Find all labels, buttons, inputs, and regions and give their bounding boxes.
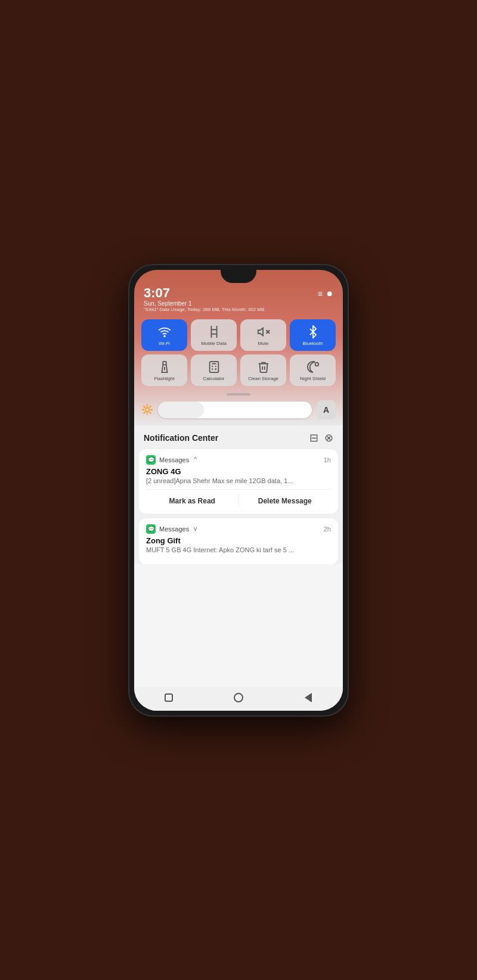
nav-recent-button[interactable] bbox=[160, 690, 178, 705]
status-right: ≡ ⏺ bbox=[318, 287, 333, 298]
nav-home-button[interactable] bbox=[230, 690, 247, 705]
notification-item-1[interactable]: 💬 Messages ^ 1h ZONG 4G [2 unread]Apna S… bbox=[139, 449, 338, 514]
tile-mute[interactable]: Mute bbox=[240, 319, 286, 351]
tile-mobile-data-label: Mobile Data bbox=[201, 341, 227, 346]
list-icon: ≡ bbox=[318, 289, 323, 298]
nav-recent-icon bbox=[165, 693, 173, 702]
wifi-icon bbox=[158, 325, 171, 338]
notif-1-title: ZONG 4G bbox=[146, 467, 331, 476]
tile-bluetooth[interactable]: Bluetooth bbox=[290, 319, 336, 351]
notif-1-actions: Mark as Read Delete Message bbox=[146, 489, 331, 508]
notif-2-body: MUFT 5 GB 4G Internet: Apko ZONG ki tarf… bbox=[146, 546, 331, 553]
notif-2-app-name: Messages bbox=[159, 525, 189, 533]
notification-center-header: Notification Center ⊟ ⊗ bbox=[134, 425, 343, 449]
notif-1-expand[interactable]: ^ bbox=[194, 456, 197, 463]
nav-back-icon bbox=[305, 693, 312, 702]
notif-1-body: [2 unread]Apna Shehr Max se mile 12GB da… bbox=[146, 477, 331, 484]
clean-storage-icon bbox=[257, 360, 270, 374]
calculator-icon bbox=[207, 360, 221, 374]
tile-clean-storage[interactable]: Clean Storage bbox=[240, 354, 286, 386]
tile-wifi[interactable]: Wi-Fi bbox=[141, 319, 187, 351]
status-data-info: "SIM1" Data Usage, Today: 288 MB, This M… bbox=[144, 307, 264, 312]
svg-line-16 bbox=[215, 368, 216, 369]
tile-mute-label: Mute bbox=[258, 341, 269, 346]
notif-close-icon[interactable]: ⊗ bbox=[324, 431, 333, 444]
tile-bluetooth-label: Bluetooth bbox=[303, 341, 323, 346]
notification-center-title: Notification Center bbox=[144, 433, 218, 443]
svg-point-0 bbox=[164, 335, 165, 337]
svg-point-17 bbox=[315, 362, 318, 366]
notification-center-icons: ⊟ ⊗ bbox=[309, 431, 333, 444]
night-shield-icon bbox=[306, 360, 320, 374]
phone-notch bbox=[221, 270, 256, 283]
notification-center-section: Notification Center ⊟ ⊗ 💬 Messages ^ bbox=[134, 425, 343, 564]
svg-rect-6 bbox=[163, 361, 166, 365]
phone-inner: 3:07 Sun, September 1 "SIM1" Data Usage,… bbox=[134, 270, 343, 711]
nav-home-icon bbox=[234, 693, 243, 702]
tile-calculator-label: Calculator bbox=[203, 376, 224, 381]
record-icon: ⏺ bbox=[326, 290, 333, 298]
notif-1-app-name: Messages bbox=[159, 456, 189, 463]
notification-item-2[interactable]: 💬 Messages v 2h Zong Gift MUFT 5 GB 4G I… bbox=[139, 518, 338, 564]
notif-1-time: 1h bbox=[324, 456, 331, 463]
notif-1-app-icon: 💬 bbox=[146, 455, 156, 465]
notif-2-app-info: 💬 Messages v bbox=[146, 524, 197, 534]
mobile-data-icon bbox=[207, 325, 221, 338]
tile-wifi-label: Wi-Fi bbox=[159, 341, 170, 346]
status-time: 3:07 bbox=[144, 287, 264, 300]
mark-as-read-button[interactable]: Mark as Read bbox=[146, 494, 239, 508]
svg-rect-8 bbox=[209, 361, 218, 372]
status-left: 3:07 Sun, September 1 "SIM1" Data Usage,… bbox=[144, 287, 264, 312]
tile-flashlight[interactable]: Flashlight bbox=[141, 354, 187, 386]
delete-message-button[interactable]: Delete Message bbox=[239, 494, 332, 508]
bluetooth-icon bbox=[306, 325, 320, 338]
drag-indicator bbox=[227, 393, 250, 396]
tile-mobile-data[interactable]: Mobile Data bbox=[191, 319, 237, 351]
status-date: Sun, September 1 bbox=[144, 300, 264, 307]
notif-2-app-icon: 💬 bbox=[146, 524, 156, 534]
brightness-track[interactable] bbox=[158, 402, 312, 418]
tile-flashlight-label: Flashlight bbox=[154, 376, 174, 381]
phone-screen: 3:07 Sun, September 1 "SIM1" Data Usage,… bbox=[134, 270, 343, 711]
svg-marker-3 bbox=[258, 328, 262, 335]
notif-2-expand[interactable]: v bbox=[194, 525, 197, 532]
notif-2-title: Zong Gift bbox=[146, 536, 331, 545]
notif-2-time: 2h bbox=[324, 525, 331, 533]
navigation-bar bbox=[134, 687, 343, 711]
notif-1-header-row: 💬 Messages ^ 1h bbox=[146, 455, 331, 465]
quick-tiles-grid: Wi-Fi Mobile Data bbox=[134, 315, 343, 391]
tile-calculator[interactable]: Calculator bbox=[191, 354, 237, 386]
notif-2-header-row: 💬 Messages v 2h bbox=[146, 524, 331, 534]
flashlight-icon bbox=[158, 360, 171, 374]
auto-brightness-button[interactable]: A bbox=[317, 400, 336, 419]
notif-1-app-info: 💬 Messages ^ bbox=[146, 455, 197, 465]
brightness-icon: 🔆 bbox=[141, 404, 153, 415]
notif-list-icon[interactable]: ⊟ bbox=[309, 431, 318, 444]
brightness-row: 🔆 A bbox=[134, 400, 343, 419]
tile-night-shield[interactable]: Night Shield bbox=[290, 354, 336, 386]
tile-night-shield-label: Night Shield bbox=[300, 376, 326, 381]
brightness-fill bbox=[158, 402, 204, 418]
tile-clean-storage-label: Clean Storage bbox=[248, 376, 278, 381]
nav-back-button[interactable] bbox=[299, 690, 317, 705]
mute-icon bbox=[257, 325, 270, 338]
phone-outer: 3:07 Sun, September 1 "SIM1" Data Usage,… bbox=[128, 264, 349, 717]
